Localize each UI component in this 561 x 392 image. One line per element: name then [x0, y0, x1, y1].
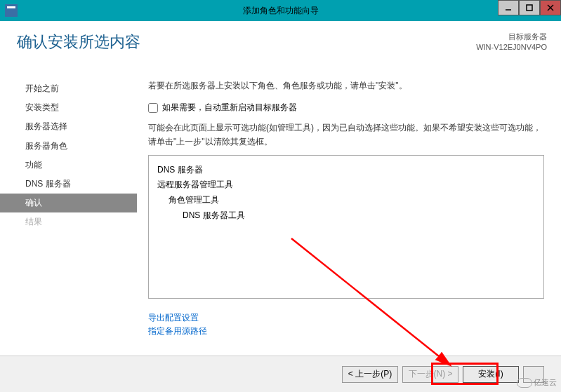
close-button[interactable] [540, 0, 561, 15]
window-title: 添加角色和功能向导 [243, 5, 319, 17]
nav-confirm[interactable]: 确认 [0, 194, 137, 212]
svg-rect-3 [527, 5, 532, 11]
target-label: 目标服务器 [476, 32, 547, 42]
watermark-icon [517, 378, 532, 388]
content-area: 开始之前 安装类型 服务器选择 服务器角色 功能 DNS 服务器 确认 结果 若… [0, 21, 561, 356]
restart-checkbox-label: 如果需要，自动重新启动目标服务器 [162, 102, 297, 114]
header: 确认安装所选内容 目标服务器 WIN-V12EJ0NV4PO [17, 32, 547, 53]
button-bar: < 上一步(P) 下一步(N) > 安装(I) [0, 356, 561, 392]
intro-text: 若要在所选服务器上安装以下角色、角色服务或功能，请单击"安装"。 [148, 79, 544, 92]
main-panel: 若要在所选服务器上安装以下角色、角色服务或功能，请单击"安装"。 如果需要，自动… [137, 34, 561, 356]
nav-results: 结果 [0, 212, 137, 231]
titlebar: 添加角色和功能向导 [0, 0, 561, 21]
export-config-link[interactable]: 导出配置设置 [148, 311, 544, 325]
next-button: 下一步(N) > [402, 366, 458, 383]
alt-source-link[interactable]: 指定备用源路径 [148, 325, 544, 338]
window-controls [498, 0, 561, 15]
selected-items-box: DNS 服务器 远程服务器管理工具 角色管理工具 DNS 服务器工具 [148, 155, 544, 299]
maximize-button[interactable] [519, 0, 540, 15]
item-role-tools: 角色管理工具 [157, 193, 535, 208]
sidebar: 开始之前 安装类型 服务器选择 服务器角色 功能 DNS 服务器 确认 结果 [0, 34, 137, 356]
note-text: 可能会在此页面上显示可选功能(如管理工具)，因为已自动选择这些功能。如果不希望安… [148, 121, 544, 149]
target-info: 目标服务器 WIN-V12EJ0NV4PO [476, 32, 547, 53]
page-title: 确认安装所选内容 [17, 32, 140, 53]
nav-features[interactable]: 功能 [0, 156, 137, 175]
item-dns-server: DNS 服务器 [157, 163, 535, 178]
restart-checkbox-row: 如果需要，自动重新启动目标服务器 [148, 102, 544, 114]
watermark: 亿速云 [517, 377, 557, 388]
restart-checkbox[interactable] [148, 103, 158, 113]
item-dns-tools: DNS 服务器工具 [157, 208, 535, 224]
links-section: 导出配置设置 指定备用源路径 [148, 311, 544, 338]
nav-server-roles[interactable]: 服务器角色 [0, 137, 137, 156]
watermark-text: 亿速云 [534, 377, 557, 388]
item-remote-tools: 远程服务器管理工具 [157, 177, 535, 193]
app-icon [3, 2, 20, 19]
svg-rect-0 [5, 4, 18, 17]
nav-server-select[interactable]: 服务器选择 [0, 117, 137, 136]
nav-before-begin[interactable]: 开始之前 [0, 79, 137, 98]
svg-rect-1 [7, 6, 15, 8]
target-server: WIN-V12EJ0NV4PO [476, 42, 547, 53]
prev-button[interactable]: < 上一步(P) [342, 366, 398, 383]
install-button[interactable]: 安装(I) [463, 366, 519, 383]
minimize-button[interactable] [498, 0, 519, 15]
nav-install-type[interactable]: 安装类型 [0, 98, 137, 117]
nav-dns-server[interactable]: DNS 服务器 [0, 175, 137, 194]
